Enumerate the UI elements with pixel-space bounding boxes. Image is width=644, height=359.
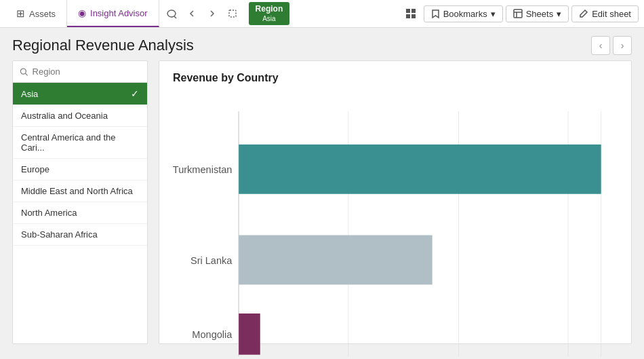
svg-point-10 <box>20 69 26 74</box>
sidebar-item-label-2: Central America and the Cari... <box>21 132 139 153</box>
page-header: Regional Revenue Analysis ‹ › <box>0 28 644 60</box>
sidebar-item-label-3: Europe <box>21 164 49 174</box>
bar-chart-svg: Turkmenistan Sri Lanka Mongolia 0 2M 4M … <box>173 95 618 356</box>
svg-line-1 <box>174 16 176 18</box>
insight-advisor-tab[interactable]: ◉ Insight Advisor <box>67 0 159 27</box>
bar-mongolia[interactable] <box>239 314 260 355</box>
page-nav-arrows: ‹ › <box>591 36 632 55</box>
sidebar-item-label-4: Middle East and North Africa <box>21 186 133 196</box>
assets-label: Assets <box>29 9 56 19</box>
forward-button[interactable] <box>203 4 222 23</box>
svg-rect-5 <box>406 14 410 18</box>
sidebar-item-label-1: Australia and Oceania <box>21 111 108 121</box>
bookmarks-label: Bookmarks <box>443 9 487 19</box>
chart-container: Revenue by Country <box>159 60 632 344</box>
svg-line-11 <box>26 73 28 75</box>
bar-srilanka[interactable] <box>239 235 432 285</box>
sidebar-item-4[interactable]: Middle East and North Africa <box>13 181 147 202</box>
svg-rect-3 <box>406 9 410 13</box>
sheets-button[interactable]: Sheets ▾ <box>506 5 569 22</box>
sidebar-item-5[interactable]: North America <box>13 202 147 224</box>
sidebar-item-6[interactable]: Sub-Saharan Africa <box>13 224 147 246</box>
page-title: Regional Revenue Analysis <box>12 37 194 54</box>
edit-sheet-label: Edit sheet <box>592 9 631 19</box>
back-button[interactable] <box>182 4 201 23</box>
next-page-button[interactable]: › <box>613 36 632 55</box>
region-sidebar: Asia✓Australia and OceaniaCentral Americ… <box>12 60 148 344</box>
y-label-mongolia: Mongolia <box>192 329 233 340</box>
select-button[interactable] <box>223 4 242 23</box>
region-search-input[interactable] <box>33 67 140 77</box>
sidebar-item-label-0: Asia <box>21 89 38 99</box>
grid-view-button[interactable] <box>401 3 421 24</box>
bar-turkmenistan[interactable] <box>239 145 601 194</box>
chart-title: Revenue by Country <box>173 72 618 84</box>
sidebar-item-label-6: Sub-Saharan Africa <box>21 229 98 240</box>
nav-right-controls: Bookmarks ▾ Sheets ▾ Edit sheet <box>401 3 639 24</box>
bookmarks-button[interactable]: Bookmarks ▾ <box>424 5 503 22</box>
sheets-label: Sheets <box>526 9 553 19</box>
chart-body: Turkmenistan Sri Lanka Mongolia 0 2M 4M … <box>173 95 618 356</box>
sidebar-item-1[interactable]: Australia and Oceania <box>13 105 147 127</box>
prev-page-button[interactable]: ‹ <box>591 36 610 55</box>
region-filter-pill[interactable]: Region Asia <box>249 2 290 26</box>
toolbar-icons <box>162 4 242 23</box>
sheets-chevron: ▾ <box>557 9 561 19</box>
sidebar-item-0[interactable]: Asia✓ <box>13 83 147 105</box>
edit-sheet-button[interactable]: Edit sheet <box>571 5 639 22</box>
sidebar-items-list: Asia✓Australia and OceaniaCentral Americ… <box>13 83 147 246</box>
insight-advisor-label: Insight Advisor <box>90 8 148 18</box>
bookmarks-chevron: ▾ <box>491 9 496 19</box>
sidebar-item-2[interactable]: Central America and the Cari... <box>13 127 147 159</box>
main-content: Asia✓Australia and OceaniaCentral Americ… <box>0 60 644 356</box>
region-pill-title: Region <box>256 3 283 15</box>
sidebar-search-box[interactable] <box>13 61 147 83</box>
check-icon-0: ✓ <box>131 88 139 99</box>
grid-icon: ⊞ <box>16 7 25 20</box>
region-pill-sub: Asia <box>262 14 275 24</box>
search-icon <box>20 67 28 77</box>
top-nav: ⊞ Assets ◉ Insight Advisor <box>0 0 644 28</box>
assets-tab[interactable]: ⊞ Assets <box>5 0 67 27</box>
svg-rect-2 <box>229 10 236 17</box>
svg-rect-7 <box>514 10 522 18</box>
insight-icon: ◉ <box>78 7 86 18</box>
svg-rect-4 <box>411 9 416 13</box>
sidebar-item-3[interactable]: Europe <box>13 159 147 181</box>
sidebar-item-label-5: North America <box>21 208 77 218</box>
svg-point-0 <box>167 10 176 17</box>
y-label-turkmenistan: Turkmenistan <box>173 164 232 175</box>
svg-rect-6 <box>411 14 416 18</box>
lasso-tool-button[interactable] <box>162 4 181 23</box>
y-label-srilanka: Sri Lanka <box>190 255 233 266</box>
